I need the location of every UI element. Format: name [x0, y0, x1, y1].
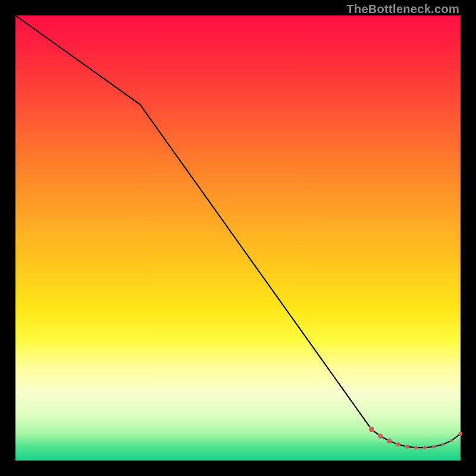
watermark-label: TheBottleneck.com	[346, 2, 459, 16]
chart-stage: TheBottleneck.com	[0, 0, 476, 476]
plot-area	[15, 15, 461, 461]
